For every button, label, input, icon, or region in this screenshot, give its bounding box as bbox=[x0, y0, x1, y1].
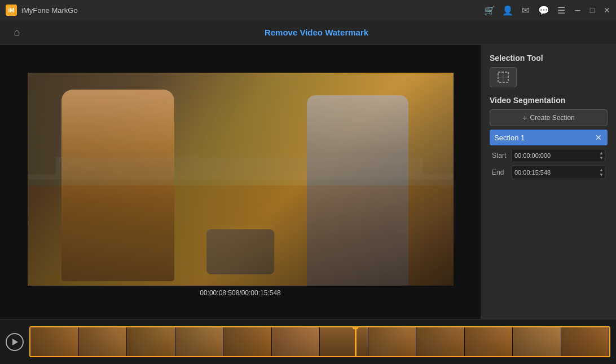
start-time-row: Start ▲ ▼ bbox=[492, 149, 605, 162]
timeline-frame-8 bbox=[368, 327, 417, 356]
timeline-frame-3 bbox=[127, 327, 175, 356]
create-section-button[interactable]: + Create Section bbox=[490, 109, 608, 126]
timeline-frame-7 bbox=[320, 327, 368, 356]
app-logo: iM bbox=[6, 5, 17, 16]
start-time-spinners: ▲ ▼ bbox=[599, 149, 604, 162]
timeline-frame-1 bbox=[30, 327, 79, 356]
user-icon[interactable]: 👤 bbox=[502, 5, 512, 16]
end-time-input[interactable] bbox=[514, 169, 595, 176]
page-title: Remove Video Watermark bbox=[25, 28, 608, 37]
svg-rect-3 bbox=[28, 185, 454, 286]
plus-icon: + bbox=[522, 113, 527, 122]
video-segmentation-label: Video Segmentation bbox=[490, 96, 608, 105]
video-container bbox=[28, 73, 454, 286]
end-time-field[interactable]: ▲ ▼ bbox=[512, 166, 605, 179]
play-button[interactable] bbox=[6, 333, 24, 351]
timeline-frame-6 bbox=[272, 327, 320, 356]
selection-tool-button[interactable] bbox=[490, 67, 517, 87]
start-time-input[interactable] bbox=[514, 152, 595, 159]
svg-marker-9 bbox=[12, 339, 18, 345]
minimize-button[interactable]: ─ bbox=[574, 7, 581, 14]
selection-tool-section: Selection Tool bbox=[490, 54, 608, 87]
timeline-frame-12 bbox=[561, 327, 610, 356]
timeline-frame-10 bbox=[465, 327, 513, 356]
svg-text:iM: iM bbox=[8, 7, 14, 14]
start-time-up[interactable]: ▲ bbox=[599, 151, 604, 156]
section-1-times: Start ▲ ▼ End bbox=[490, 149, 608, 179]
end-time-down[interactable]: ▼ bbox=[599, 173, 604, 177]
selection-tool-icon bbox=[497, 71, 509, 83]
timeline-frame-4 bbox=[175, 327, 224, 356]
start-time-field[interactable]: ▲ ▼ bbox=[512, 149, 605, 162]
titlebar-icons: 🛒 👤 ✉ 💬 ☰ ─ □ ✕ bbox=[484, 5, 610, 16]
end-time-row: End ▲ ▼ bbox=[492, 166, 605, 179]
video-area: 00:00:08:508/00:00:15:548 bbox=[0, 45, 481, 319]
navbar: ⌂ Remove Video Watermark bbox=[0, 20, 616, 45]
start-time-down[interactable]: ▼ bbox=[599, 156, 604, 161]
end-time-up[interactable]: ▲ bbox=[599, 168, 604, 172]
mail-icon[interactable]: ✉ bbox=[520, 5, 530, 16]
svg-rect-4 bbox=[56, 157, 423, 174]
end-time-spinners: ▲ ▼ bbox=[599, 166, 604, 179]
video-player[interactable] bbox=[28, 73, 454, 286]
titlebar: iM iMyFone MarkGo 🛒 👤 ✉ 💬 ☰ ─ □ ✕ bbox=[0, 0, 616, 20]
timeline-frame-11 bbox=[513, 327, 561, 356]
main-content: 00:00:08:508/00:00:15:548 Selection Tool… bbox=[0, 45, 616, 319]
chat-icon[interactable]: 💬 bbox=[538, 5, 548, 16]
play-icon bbox=[11, 338, 19, 346]
timeline-frame-9 bbox=[416, 327, 465, 356]
section-1-card[interactable]: Section 1 ✕ bbox=[490, 130, 608, 145]
end-label: End bbox=[492, 168, 512, 176]
section-1-container: Section 1 ✕ Start ▲ ▼ bbox=[490, 130, 608, 179]
menu-icon[interactable]: ☰ bbox=[556, 5, 566, 16]
timeline-track[interactable] bbox=[29, 326, 610, 357]
video-timestamp: 00:00:08:508/00:00:15:548 bbox=[200, 289, 280, 297]
video-segmentation-section: Video Segmentation + Create Section Sect… bbox=[490, 96, 608, 179]
maximize-button[interactable]: □ bbox=[589, 7, 596, 14]
create-section-label: Create Section bbox=[530, 114, 574, 122]
start-label: Start bbox=[492, 152, 512, 159]
timeline-area bbox=[0, 319, 616, 364]
app-title: iMyFone MarkGo bbox=[21, 6, 479, 15]
section-1-name: Section 1 bbox=[494, 134, 525, 142]
svg-rect-5 bbox=[28, 174, 454, 180]
selection-tool-label: Selection Tool bbox=[490, 54, 608, 63]
timeline-frame-2 bbox=[79, 327, 127, 356]
section-1-close-button[interactable]: ✕ bbox=[594, 133, 603, 142]
timeline-frame-5 bbox=[223, 327, 272, 356]
close-button[interactable]: ✕ bbox=[604, 7, 610, 14]
cart-icon[interactable]: 🛒 bbox=[484, 5, 494, 16]
right-panel: Selection Tool Video Segmentation + Crea… bbox=[481, 45, 616, 319]
home-button[interactable]: ⌂ bbox=[8, 24, 25, 41]
